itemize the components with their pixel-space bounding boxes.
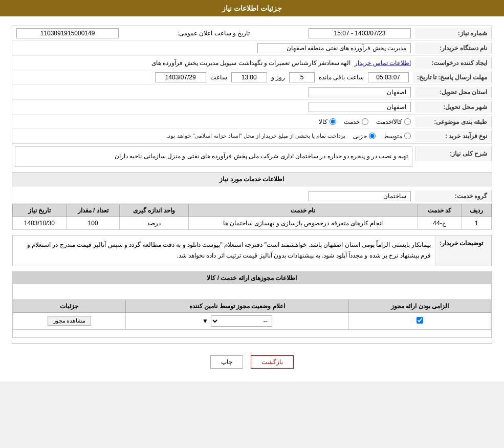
col-name: نام خدمت bbox=[188, 204, 418, 217]
button-row: بازگشت چاپ bbox=[8, 348, 496, 376]
tosih-value: بیمانکار بایستی الزاماً بومی استان اصفها… bbox=[13, 236, 435, 266]
date-value: 1403/07/29 bbox=[155, 72, 206, 82]
mojooz-select-arrow: ▼ bbox=[202, 317, 208, 325]
sharh-value: تهیه و نصب در و پنجره دو جداره در ساختما… bbox=[115, 153, 408, 160]
rooz-label: روز و bbox=[271, 74, 285, 81]
nave-farayand-label: نوع فرآیند خرید : bbox=[415, 131, 492, 142]
eijad-konande-label: ایجاد کننده درخواست: bbox=[415, 57, 492, 69]
view-mojooz-button[interactable]: مشاهده مجوز bbox=[48, 316, 92, 326]
radio-kala-input[interactable] bbox=[330, 118, 336, 125]
ostan-tahvil-value: اصفهان bbox=[309, 87, 411, 97]
rooz-value: 5 bbox=[289, 72, 315, 82]
radio-jozi-input[interactable] bbox=[369, 133, 376, 139]
mojooz-col-details: جزئیات bbox=[13, 300, 126, 312]
radio-motevaset[interactable]: متوسط bbox=[383, 133, 411, 140]
group-khadamat-label: گروه خدمت: bbox=[415, 190, 492, 202]
tosih-section: توضیحات خریدار: بیمانکار بایستی الزاماً … bbox=[12, 235, 492, 266]
ettelaat-tamas-link[interactable]: اطلاعات تماس خریدار bbox=[355, 59, 411, 67]
ostan-tahvil-label: استان محل تحویل: bbox=[415, 87, 492, 98]
shahr-tahvil-value: اصفهان bbox=[309, 102, 411, 112]
radio-jozi[interactable]: جزیی bbox=[353, 133, 376, 140]
nave-farayand-note: پرداخت تمام یا بخشی از مبلغ خریدار از مح… bbox=[166, 133, 345, 139]
mojooz-status-select[interactable]: -- bbox=[211, 315, 272, 327]
sharh-label: شرح کلی نیاز: bbox=[415, 146, 492, 161]
radio-kala-khadamat[interactable]: کالا/خدمت bbox=[376, 118, 411, 125]
mande-label: ساعت باقی مانده bbox=[319, 74, 364, 81]
mojooz-status-cell: -- ▼ bbox=[125, 312, 348, 329]
cell-tedad: 100 bbox=[66, 217, 120, 229]
nam-dastgah-value: مدیریت پخش فرآورده های نفتی منطقه اصفهان bbox=[257, 43, 411, 53]
col-vahed: واحد اندازه گیری bbox=[120, 204, 188, 217]
mande-value: 05:03:07 bbox=[368, 72, 409, 82]
saat-value: 13:00 bbox=[231, 72, 267, 82]
table-row: 1 ج-44 انجام کارهای متفرقه درخصوص بازساز… bbox=[13, 217, 492, 229]
mojooz-col-elzami: الزامی بودن ارائه مجوز bbox=[348, 300, 491, 312]
col-kod: کد خدمت bbox=[418, 204, 462, 217]
mojooz-checkbox-cell bbox=[348, 312, 491, 329]
cell-tarikh: 1403/10/30 bbox=[13, 217, 67, 229]
back-button[interactable]: بازگشت bbox=[251, 355, 294, 369]
tosih-label: توضیحات خریدار: bbox=[435, 236, 491, 266]
mohlat-ersal-label: مهلت ارسال پاسخ: تا تاریخ: bbox=[413, 72, 492, 83]
group-khadamat-value: ساختمان bbox=[309, 191, 411, 201]
page-title: جزئیات اطلاعات نیاز bbox=[0, 0, 504, 16]
print-button[interactable]: چاپ bbox=[210, 355, 243, 369]
mojooz-details-cell: مشاهده مجوز bbox=[13, 312, 126, 329]
radio-motevaset-input[interactable] bbox=[404, 133, 411, 139]
mojooz-checkbox[interactable] bbox=[417, 317, 423, 324]
radio-khadamat-input[interactable] bbox=[362, 118, 368, 125]
col-tedad: تعداد / مقدار bbox=[66, 204, 120, 217]
shahr-tahvil-label: شهر محل تحویل: bbox=[415, 101, 492, 113]
radio-kala-khadamat-input[interactable] bbox=[404, 118, 411, 125]
cell-radif: 1 bbox=[462, 217, 491, 229]
shomare-niaz-value: 1103091915000149 bbox=[16, 28, 119, 38]
cell-name: انجام کارهای متفرقه درخصوص بازسازی و بهس… bbox=[188, 217, 418, 229]
cell-kod: ج-44 bbox=[418, 217, 462, 229]
mojooz-title: اطلاعات مجوزهای ارائه خدمت / کالا bbox=[13, 272, 491, 284]
tarikh-elan-value: 1403/07/23 - 15:07 bbox=[309, 28, 411, 38]
mojooz-col-status: اعلام وضعیت مجوز توسط نامین کننده bbox=[125, 300, 348, 312]
mojooz-row: -- ▼ مشاهده مجوز bbox=[13, 312, 491, 329]
khadamat-title: اطلاعات خدمات مورد نیاز bbox=[12, 172, 492, 186]
col-radif: ردیف bbox=[462, 204, 491, 217]
eijad-konande-value: الهه سعادتفر کارشناس تعمیرات و نگهداشت س… bbox=[151, 59, 350, 67]
shomare-niaz-label: شماره نیاز: bbox=[415, 28, 492, 39]
cell-vahed: درصد bbox=[120, 217, 188, 229]
tabaqe-bandi-label: طبقه بندی موضوعی: bbox=[415, 116, 492, 127]
nam-dastgah-label: نام دستگاه خریدار: bbox=[415, 42, 492, 54]
radio-khadamat[interactable]: خدمت bbox=[344, 118, 368, 125]
saat-label: ساعت bbox=[210, 74, 227, 81]
tarikh-elan-label: تاریخ و ساعت اعلان عمومی: bbox=[172, 30, 255, 37]
radio-kala[interactable]: کالا bbox=[319, 118, 336, 125]
mojooz-table: الزامی بودن ارائه مجوز اعلام وضعیت مجوز … bbox=[13, 300, 491, 330]
mojooz-section: اطلاعات مجوزهای ارائه خدمت / کالا الزامی… bbox=[12, 271, 492, 338]
col-tarikh: تاریخ نیاز bbox=[13, 204, 67, 217]
services-table: ردیف کد خدمت نام خدمت واحد اندازه گیری ت… bbox=[12, 204, 492, 230]
